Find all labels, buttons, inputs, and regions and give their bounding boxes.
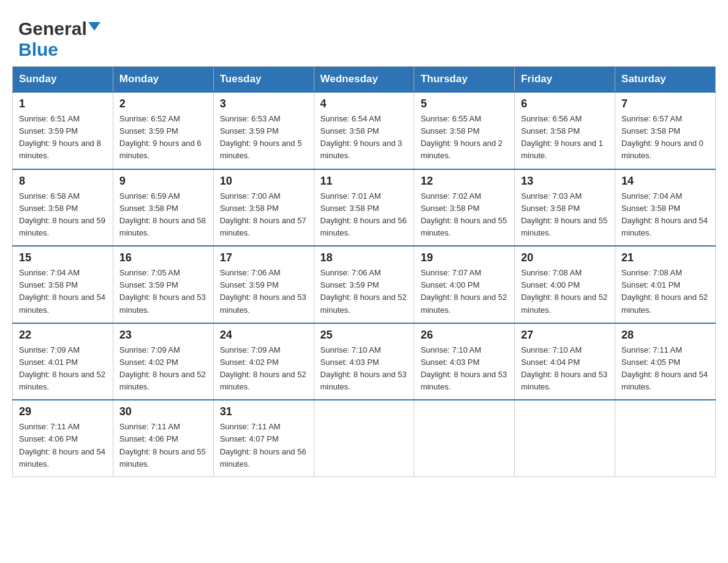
page-header: General Blue [12, 12, 716, 60]
calendar-cell: 20 Sunrise: 7:08 AM Sunset: 4:00 PM Dayl… [515, 246, 615, 323]
calendar-week-row: 15 Sunrise: 7:04 AM Sunset: 3:58 PM Dayl… [13, 246, 716, 323]
day-number: 15 [19, 251, 107, 264]
calendar-week-row: 8 Sunrise: 6:58 AM Sunset: 3:58 PM Dayli… [13, 169, 716, 247]
calendar-cell [414, 400, 515, 477]
col-header-thursday: Thursday [414, 67, 515, 93]
day-info: Sunrise: 7:05 AM Sunset: 3:59 PM Dayligh… [119, 268, 206, 314]
calendar-cell: 1 Sunrise: 6:51 AM Sunset: 3:59 PM Dayli… [13, 92, 113, 169]
day-info: Sunrise: 7:11 AM Sunset: 4:05 PM Dayligh… [621, 345, 708, 391]
day-number: 27 [521, 329, 609, 342]
calendar-cell: 27 Sunrise: 7:10 AM Sunset: 4:04 PM Dayl… [515, 323, 615, 400]
day-info: Sunrise: 7:01 AM Sunset: 3:58 PM Dayligh… [320, 191, 407, 237]
calendar-cell: 17 Sunrise: 7:06 AM Sunset: 3:59 PM Dayl… [213, 246, 314, 323]
day-number: 19 [420, 251, 508, 264]
calendar-week-row: 22 Sunrise: 7:09 AM Sunset: 4:01 PM Dayl… [13, 323, 716, 400]
day-info: Sunrise: 7:11 AM Sunset: 4:06 PM Dayligh… [19, 422, 105, 468]
day-info: Sunrise: 7:09 AM Sunset: 4:01 PM Dayligh… [19, 345, 105, 391]
col-header-saturday: Saturday [615, 67, 716, 93]
day-info: Sunrise: 7:09 AM Sunset: 4:02 PM Dayligh… [220, 345, 306, 391]
day-info: Sunrise: 7:02 AM Sunset: 3:58 PM Dayligh… [420, 191, 507, 237]
calendar-cell: 6 Sunrise: 6:56 AM Sunset: 3:58 PM Dayli… [515, 92, 615, 169]
calendar-cell: 10 Sunrise: 7:00 AM Sunset: 3:58 PM Dayl… [213, 169, 314, 247]
day-number: 23 [119, 329, 207, 342]
day-number: 3 [220, 98, 308, 110]
day-number: 21 [621, 251, 709, 264]
day-number: 22 [19, 329, 107, 342]
calendar-cell: 23 Sunrise: 7:09 AM Sunset: 4:02 PM Dayl… [113, 323, 213, 400]
col-header-wednesday: Wednesday [314, 67, 414, 93]
day-info: Sunrise: 7:10 AM Sunset: 4:04 PM Dayligh… [521, 345, 607, 391]
day-number: 17 [220, 251, 308, 264]
logo-general-text: General [18, 18, 87, 39]
day-info: Sunrise: 6:51 AM Sunset: 3:59 PM Dayligh… [19, 114, 101, 160]
day-number: 1 [19, 98, 107, 110]
day-number: 13 [521, 175, 609, 188]
day-info: Sunrise: 7:08 AM Sunset: 4:00 PM Dayligh… [521, 268, 607, 314]
calendar-cell [615, 400, 716, 477]
calendar-cell: 24 Sunrise: 7:09 AM Sunset: 4:02 PM Dayl… [213, 323, 314, 400]
day-number: 10 [220, 175, 308, 188]
day-info: Sunrise: 6:52 AM Sunset: 3:59 PM Dayligh… [119, 114, 202, 160]
calendar-cell: 8 Sunrise: 6:58 AM Sunset: 3:58 PM Dayli… [13, 169, 113, 247]
calendar-week-row: 1 Sunrise: 6:51 AM Sunset: 3:59 PM Dayli… [13, 92, 716, 169]
calendar-cell: 28 Sunrise: 7:11 AM Sunset: 4:05 PM Dayl… [615, 323, 716, 400]
day-info: Sunrise: 7:04 AM Sunset: 3:58 PM Dayligh… [19, 268, 105, 314]
calendar-cell: 7 Sunrise: 6:57 AM Sunset: 3:58 PM Dayli… [615, 92, 716, 169]
day-number: 29 [19, 405, 107, 418]
calendar-cell: 12 Sunrise: 7:02 AM Sunset: 3:58 PM Dayl… [414, 169, 515, 247]
day-number: 4 [320, 98, 408, 110]
calendar-cell: 26 Sunrise: 7:10 AM Sunset: 4:03 PM Dayl… [414, 323, 515, 400]
day-info: Sunrise: 7:09 AM Sunset: 4:02 PM Dayligh… [119, 345, 206, 391]
day-info: Sunrise: 6:56 AM Sunset: 3:58 PM Dayligh… [521, 114, 603, 160]
calendar-cell: 16 Sunrise: 7:05 AM Sunset: 3:59 PM Dayl… [113, 246, 213, 323]
day-info: Sunrise: 6:57 AM Sunset: 3:58 PM Dayligh… [621, 114, 703, 160]
day-info: Sunrise: 7:08 AM Sunset: 4:01 PM Dayligh… [621, 268, 708, 314]
day-info: Sunrise: 6:53 AM Sunset: 3:59 PM Dayligh… [220, 114, 302, 160]
calendar-cell: 29 Sunrise: 7:11 AM Sunset: 4:06 PM Dayl… [13, 400, 113, 477]
day-number: 7 [621, 98, 709, 110]
day-number: 11 [320, 175, 408, 188]
calendar-cell: 22 Sunrise: 7:09 AM Sunset: 4:01 PM Dayl… [13, 323, 113, 400]
calendar-cell: 21 Sunrise: 7:08 AM Sunset: 4:01 PM Dayl… [615, 246, 716, 323]
day-info: Sunrise: 6:59 AM Sunset: 3:58 PM Dayligh… [119, 191, 206, 237]
day-number: 14 [621, 175, 709, 188]
calendar-cell: 14 Sunrise: 7:04 AM Sunset: 3:58 PM Dayl… [615, 169, 716, 247]
day-number: 28 [621, 329, 709, 342]
col-header-friday: Friday [515, 67, 615, 93]
calendar-cell: 11 Sunrise: 7:01 AM Sunset: 3:58 PM Dayl… [314, 169, 414, 247]
logo: General Blue [18, 18, 100, 60]
day-number: 24 [220, 329, 308, 342]
calendar-cell: 25 Sunrise: 7:10 AM Sunset: 4:03 PM Dayl… [314, 323, 414, 400]
calendar-cell: 13 Sunrise: 7:03 AM Sunset: 3:58 PM Dayl… [515, 169, 615, 247]
day-info: Sunrise: 7:11 AM Sunset: 4:06 PM Dayligh… [119, 422, 206, 468]
calendar-cell: 3 Sunrise: 6:53 AM Sunset: 3:59 PM Dayli… [213, 92, 314, 169]
day-number: 2 [119, 98, 207, 110]
day-number: 26 [420, 329, 508, 342]
day-info: Sunrise: 6:55 AM Sunset: 3:58 PM Dayligh… [420, 114, 502, 160]
calendar-cell: 18 Sunrise: 7:06 AM Sunset: 3:59 PM Dayl… [314, 246, 414, 323]
day-info: Sunrise: 7:07 AM Sunset: 4:00 PM Dayligh… [420, 268, 507, 314]
day-info: Sunrise: 7:11 AM Sunset: 4:07 PM Dayligh… [220, 422, 306, 468]
calendar-cell: 19 Sunrise: 7:07 AM Sunset: 4:00 PM Dayl… [414, 246, 515, 323]
col-header-monday: Monday [113, 67, 213, 93]
day-info: Sunrise: 7:03 AM Sunset: 3:58 PM Dayligh… [521, 191, 607, 237]
day-number: 25 [320, 329, 408, 342]
calendar-cell: 30 Sunrise: 7:11 AM Sunset: 4:06 PM Dayl… [113, 400, 213, 477]
day-number: 31 [220, 405, 308, 418]
day-info: Sunrise: 6:58 AM Sunset: 3:58 PM Dayligh… [19, 191, 105, 237]
day-number: 20 [521, 251, 609, 264]
day-info: Sunrise: 7:06 AM Sunset: 3:59 PM Dayligh… [220, 268, 306, 314]
day-number: 18 [320, 251, 408, 264]
calendar-cell: 2 Sunrise: 6:52 AM Sunset: 3:59 PM Dayli… [113, 92, 213, 169]
col-header-tuesday: Tuesday [213, 67, 314, 93]
day-info: Sunrise: 7:04 AM Sunset: 3:58 PM Dayligh… [621, 191, 708, 237]
calendar-cell: 15 Sunrise: 7:04 AM Sunset: 3:58 PM Dayl… [13, 246, 113, 323]
calendar-header-row: SundayMondayTuesdayWednesdayThursdayFrid… [13, 67, 716, 93]
day-number: 9 [119, 175, 207, 188]
day-info: Sunrise: 7:10 AM Sunset: 4:03 PM Dayligh… [420, 345, 507, 391]
day-number: 12 [420, 175, 508, 188]
day-info: Sunrise: 7:00 AM Sunset: 3:58 PM Dayligh… [220, 191, 306, 237]
day-info: Sunrise: 6:54 AM Sunset: 3:58 PM Dayligh… [320, 114, 403, 160]
calendar-cell [314, 400, 414, 477]
calendar-cell: 31 Sunrise: 7:11 AM Sunset: 4:07 PM Dayl… [213, 400, 314, 477]
